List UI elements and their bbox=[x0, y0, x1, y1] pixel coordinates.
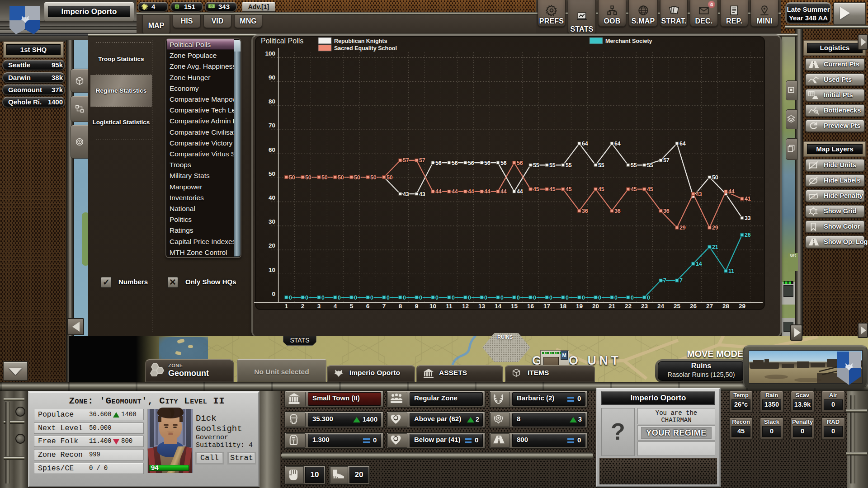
svg-text:50: 50 bbox=[712, 174, 718, 181]
svg-text:44: 44 bbox=[728, 188, 735, 195]
svg-text:55: 55 bbox=[533, 162, 539, 169]
svg-text:14: 14 bbox=[495, 303, 502, 310]
svg-text:56: 56 bbox=[435, 160, 442, 166]
svg-text:50: 50 bbox=[305, 174, 311, 181]
svg-text:1: 1 bbox=[285, 303, 288, 310]
svg-text:0: 0 bbox=[272, 291, 275, 297]
svg-text:0: 0 bbox=[305, 295, 308, 301]
svg-text:57: 57 bbox=[663, 157, 670, 164]
svg-text:36: 36 bbox=[663, 208, 670, 214]
svg-text:56: 56 bbox=[452, 160, 458, 166]
svg-text:0: 0 bbox=[289, 295, 292, 301]
svg-text:57: 57 bbox=[419, 157, 425, 164]
svg-text:44: 44 bbox=[500, 188, 507, 195]
svg-text:45: 45 bbox=[549, 186, 556, 192]
svg-text:21: 21 bbox=[712, 244, 718, 250]
svg-text:11: 11 bbox=[728, 268, 734, 274]
svg-text:26: 26 bbox=[745, 232, 751, 238]
svg-text:18: 18 bbox=[560, 303, 567, 310]
svg-text:9: 9 bbox=[415, 303, 419, 310]
svg-text:20: 20 bbox=[269, 242, 275, 249]
svg-text:44: 44 bbox=[468, 188, 474, 195]
svg-text:17: 17 bbox=[543, 303, 550, 310]
svg-text:0: 0 bbox=[354, 295, 357, 301]
svg-text:0: 0 bbox=[533, 295, 536, 301]
svg-text:27: 27 bbox=[706, 303, 713, 310]
svg-text:43: 43 bbox=[696, 191, 702, 197]
svg-text:16: 16 bbox=[527, 303, 534, 310]
svg-text:0: 0 bbox=[468, 295, 471, 301]
svg-text:0: 0 bbox=[435, 295, 439, 301]
svg-text:Sacred Equality School: Sacred Equality School bbox=[334, 45, 397, 52]
svg-text:45: 45 bbox=[566, 186, 572, 192]
svg-text:29: 29 bbox=[679, 225, 686, 231]
svg-text:0: 0 bbox=[647, 295, 650, 301]
svg-text:45: 45 bbox=[647, 186, 653, 192]
svg-text:7: 7 bbox=[679, 277, 683, 284]
svg-text:70: 70 bbox=[269, 122, 275, 129]
svg-text:55: 55 bbox=[647, 162, 653, 169]
svg-text:0: 0 bbox=[452, 295, 455, 301]
svg-text:50: 50 bbox=[338, 174, 344, 181]
svg-text:30: 30 bbox=[269, 218, 275, 225]
svg-text:55: 55 bbox=[549, 162, 556, 169]
svg-text:43: 43 bbox=[419, 191, 425, 197]
svg-text:0: 0 bbox=[614, 295, 618, 301]
svg-text:64: 64 bbox=[582, 141, 588, 147]
svg-text:0: 0 bbox=[500, 295, 504, 301]
svg-text:50: 50 bbox=[321, 174, 328, 181]
svg-text:22: 22 bbox=[625, 303, 632, 310]
svg-text:80: 80 bbox=[269, 98, 275, 105]
svg-text:14: 14 bbox=[696, 261, 702, 267]
svg-text:64: 64 bbox=[679, 141, 686, 147]
svg-text:Political Polls: Political Polls bbox=[261, 37, 303, 45]
svg-text:44: 44 bbox=[435, 188, 442, 195]
svg-text:21: 21 bbox=[609, 303, 616, 310]
svg-text:23: 23 bbox=[641, 303, 648, 310]
svg-text:64: 64 bbox=[614, 141, 621, 147]
svg-text:7: 7 bbox=[663, 277, 666, 284]
svg-text:56: 56 bbox=[484, 160, 491, 166]
svg-text:45: 45 bbox=[533, 186, 539, 192]
svg-text:0: 0 bbox=[549, 295, 552, 301]
svg-text:36: 36 bbox=[614, 208, 621, 214]
svg-text:0: 0 bbox=[370, 295, 373, 301]
svg-text:29: 29 bbox=[712, 225, 718, 231]
svg-text:50: 50 bbox=[370, 174, 377, 181]
svg-text:100: 100 bbox=[265, 50, 275, 57]
svg-text:50: 50 bbox=[387, 174, 393, 181]
svg-text:60: 60 bbox=[269, 146, 275, 153]
svg-text:15: 15 bbox=[511, 303, 518, 310]
svg-text:29: 29 bbox=[739, 303, 745, 310]
svg-text:36: 36 bbox=[582, 208, 588, 214]
svg-text:2: 2 bbox=[301, 303, 305, 310]
svg-text:33: 33 bbox=[745, 215, 751, 221]
svg-text:41: 41 bbox=[745, 196, 751, 202]
svg-text:24: 24 bbox=[657, 303, 665, 310]
svg-text:43: 43 bbox=[403, 191, 409, 197]
svg-text:8: 8 bbox=[399, 303, 402, 310]
svg-text:25: 25 bbox=[674, 303, 681, 310]
svg-text:12: 12 bbox=[462, 303, 469, 310]
svg-text:44: 44 bbox=[517, 188, 523, 195]
svg-text:0: 0 bbox=[321, 295, 325, 301]
svg-text:20: 20 bbox=[592, 303, 599, 310]
svg-text:0: 0 bbox=[598, 295, 601, 301]
svg-text:0: 0 bbox=[387, 295, 390, 301]
svg-text:90: 90 bbox=[269, 74, 275, 81]
svg-text:45: 45 bbox=[631, 186, 637, 192]
svg-text:5: 5 bbox=[350, 303, 354, 310]
svg-text:Merchant Society: Merchant Society bbox=[605, 38, 652, 44]
svg-text:Republican Knights: Republican Knights bbox=[334, 38, 387, 44]
svg-text:0: 0 bbox=[338, 295, 341, 301]
svg-text:26: 26 bbox=[690, 303, 697, 310]
svg-text:0: 0 bbox=[403, 295, 406, 301]
svg-text:0: 0 bbox=[517, 295, 520, 301]
svg-text:55: 55 bbox=[598, 162, 604, 169]
svg-text:56: 56 bbox=[517, 160, 523, 166]
svg-text:50: 50 bbox=[269, 170, 275, 177]
svg-text:13: 13 bbox=[478, 303, 486, 310]
svg-text:50: 50 bbox=[354, 174, 360, 181]
svg-text:3: 3 bbox=[317, 303, 321, 310]
svg-text:0: 0 bbox=[582, 295, 585, 301]
